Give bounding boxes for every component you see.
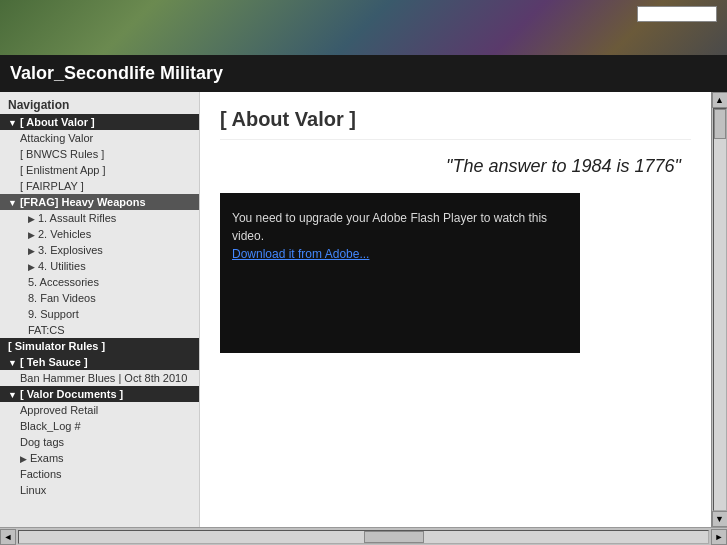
sidebar-item-vehicles[interactable]: ▶2. Vehicles (0, 226, 199, 242)
video-download-link[interactable]: Download it from Adobe... (232, 247, 369, 261)
scroll-right-button[interactable]: ► (711, 529, 727, 545)
quote-text: "The answer to 1984 is 1776" (220, 156, 691, 177)
sidebar-item-approved-retail[interactable]: Approved Retail (0, 402, 199, 418)
scroll-up-button[interactable]: ▲ (712, 92, 728, 108)
nav-label: Navigation (0, 92, 199, 114)
scroll-track (713, 108, 727, 511)
sidebar-item-attacking-valor[interactable]: Attacking Valor (0, 130, 199, 146)
sidebar-item-support[interactable]: 9. Support (0, 306, 199, 322)
sidebar-item-ban-hammer[interactable]: Ban Hammer Blues | Oct 8th 2010 (0, 370, 199, 386)
exams-arrow-icon: ▶ (20, 454, 27, 464)
arrow-icon: ▶ (28, 262, 35, 272)
frag-expand-icon: ▼ (8, 198, 17, 208)
sidebar-item-explosives[interactable]: ▶3. Explosives (0, 242, 199, 258)
arrow-icon: ▶ (28, 214, 35, 224)
sidebar-item-assault-rifles[interactable]: ▶1. Assault Rifles (0, 210, 199, 226)
sidebar-item-fan-videos[interactable]: 8. Fan Videos (0, 290, 199, 306)
sidebar-item-utilities[interactable]: ▶4. Utilities (0, 258, 199, 274)
content-area: [ About Valor ] "The answer to 1984 is 1… (200, 92, 711, 527)
teh-sauce-expand-icon: ▼ (8, 358, 17, 368)
sidebar-item-fairplay[interactable]: [ FAIRPLAY ] (0, 178, 199, 194)
sidebar-item-fat-cs[interactable]: FAT:CS (0, 322, 199, 338)
search-input[interactable] (637, 6, 717, 22)
site-title: Valor_Secondlife Military (0, 55, 727, 92)
sidebar-item-linux[interactable]: Linux (0, 482, 199, 498)
page-title: [ About Valor ] (220, 108, 691, 140)
scroll-down-button[interactable]: ▼ (712, 511, 728, 527)
arrow-icon: ▶ (28, 246, 35, 256)
video-placeholder: You need to upgrade your Adobe Flash Pla… (220, 193, 580, 353)
sidebar-item-teh-sauce[interactable]: ▼[ Teh Sauce ] (0, 354, 199, 370)
sidebar-item-accessories[interactable]: 5. Accessories (0, 274, 199, 290)
sidebar-item-factions[interactable]: Factions (0, 466, 199, 482)
sidebar-item-about-valor[interactable]: ▼[ About Valor ] (0, 114, 199, 130)
sidebar-item-enlistment-app[interactable]: [ Enlistment App ] (0, 162, 199, 178)
top-decoration-bar (0, 0, 727, 55)
sidebar-item-dog-tags[interactable]: Dog tags (0, 434, 199, 450)
sidebar-item-simulator-rules[interactable]: [ Simulator Rules ] (0, 338, 199, 354)
sidebar-item-valor-documents[interactable]: ▼[ Valor Documents ] (0, 386, 199, 402)
expand-arrow-icon: ▼ (8, 118, 17, 128)
sidebar-item-exams[interactable]: ▶Exams (0, 450, 199, 466)
scroll-left-button[interactable]: ◄ (0, 529, 16, 545)
h-scroll-thumb[interactable] (364, 531, 424, 543)
valor-docs-expand-icon: ▼ (8, 390, 17, 400)
sidebar-item-black-log[interactable]: Black_Log # (0, 418, 199, 434)
scroll-thumb[interactable] (714, 109, 726, 139)
horizontal-scrollbar[interactable]: ◄ ► (0, 527, 727, 545)
sidebar: Navigation ▼[ About Valor ] Attacking Va… (0, 92, 200, 527)
video-message: You need to upgrade your Adobe Flash Pla… (232, 209, 580, 263)
arrow-icon: ▶ (28, 230, 35, 240)
vertical-scrollbar[interactable]: ▲ ▼ (711, 92, 727, 527)
sidebar-item-frag-heavy[interactable]: ▼[FRAG] Heavy Weapons (0, 194, 199, 210)
search-area[interactable] (637, 6, 717, 22)
sidebar-item-bnwcs-rules[interactable]: [ BNWCS Rules ] (0, 146, 199, 162)
h-scroll-track (18, 530, 709, 544)
